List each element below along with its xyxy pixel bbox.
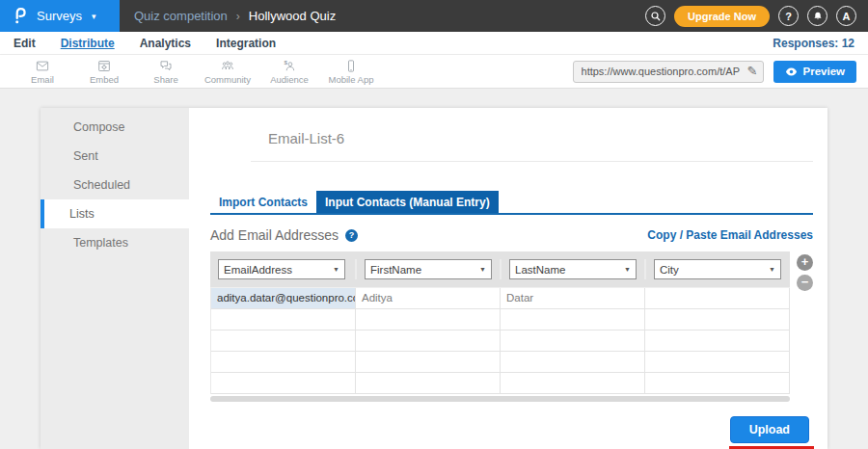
sidebar-item-lists[interactable]: Lists [41, 199, 189, 228]
cell-lastname[interactable] [501, 352, 645, 373]
add-emails-label: Add Email Addresses [210, 227, 339, 243]
community-icon [220, 59, 235, 73]
horizontal-scrollbar[interactable] [210, 396, 790, 402]
sidebar-item-scheduled[interactable]: Scheduled [41, 171, 189, 199]
search-icon [650, 11, 662, 22]
tool-share[interactable]: Share [135, 59, 197, 85]
cell-city[interactable] [645, 330, 790, 352]
remove-row-button[interactable]: − [797, 275, 813, 291]
cell-lastname[interactable] [501, 330, 645, 352]
list-title: Email-List-6 [268, 130, 813, 146]
tool-mobile-app[interactable]: Mobile App [320, 59, 382, 85]
tool-label: Audience [270, 74, 309, 85]
add-row-button[interactable]: + [797, 254, 813, 271]
cell-email[interactable]: aditya.datar@questionpro.com [211, 288, 356, 309]
sidebar-item-sent[interactable]: Sent [41, 142, 189, 171]
column-select-email[interactable]: EmailAddress ▼ [218, 259, 345, 279]
cell-city[interactable] [645, 309, 790, 330]
breadcrumb: Quiz competition › Hollywood Quiz [120, 0, 645, 32]
column-city: City ▼ [644, 259, 789, 279]
cell-city[interactable] [645, 373, 790, 394]
nav-item-edit[interactable]: Edit [14, 37, 36, 50]
column-select-value: City [660, 264, 679, 276]
breadcrumb-separator-icon: › [236, 10, 240, 23]
upload-button[interactable]: Upload [730, 416, 809, 443]
column-select-value: EmailAddress [224, 264, 292, 276]
chevron-down-icon: ▼ [479, 266, 486, 273]
column-select-city[interactable]: City ▼ [654, 259, 781, 279]
cell-firstname[interactable] [356, 309, 501, 330]
mobile-app-icon [343, 59, 359, 73]
survey-url-input[interactable] [573, 61, 764, 83]
surveys-menu-label: Surveys [37, 9, 82, 23]
cell-firstname[interactable]: Aditya [356, 288, 501, 309]
content-area: Compose Sent Scheduled Lists Templates E… [0, 89, 868, 449]
breadcrumb-parent[interactable]: Quiz competition [134, 9, 228, 23]
tool-embed[interactable]: Embed [73, 59, 135, 85]
distribute-toolbar: Email Embed Share Community [0, 55, 868, 89]
tool-label: Embed [90, 74, 119, 85]
table-row: aditya.datar@questionpro.com Aditya Data… [211, 288, 790, 309]
share-icon [158, 59, 174, 73]
chevron-down-icon: ▾ [92, 12, 96, 21]
cell-email[interactable] [211, 373, 356, 394]
responses-count[interactable]: Responses: 12 [773, 37, 854, 50]
eye-icon [785, 66, 798, 77]
chevron-down-icon: ▼ [769, 266, 775, 273]
cell-firstname[interactable] [356, 330, 501, 352]
email-sidebar: Compose Sent Scheduled Lists Templates [41, 108, 189, 449]
top-actions: Upgrade Now ? A [645, 0, 868, 32]
cell-lastname[interactable] [501, 309, 645, 330]
contacts-rows: aditya.datar@questionpro.com Aditya Data… [210, 287, 790, 394]
nav-item-distribute[interactable]: Distribute [61, 37, 115, 50]
list-title-block: Email-List-6 [251, 130, 813, 162]
tool-label: Mobile App [328, 74, 373, 85]
cell-email[interactable] [211, 352, 356, 373]
cell-firstname[interactable] [356, 373, 501, 394]
tab-input-contacts-manual[interactable]: Input Contacts (Manual Entry) [316, 191, 499, 213]
tab-import-contacts[interactable]: Import Contacts [210, 191, 316, 213]
surveys-menu[interactable]: Surveys ▾ [0, 0, 120, 32]
column-select-value: FirstName [370, 264, 421, 276]
contacts-table-zone: EmailAddress ▼ FirstName ▼ [210, 251, 813, 402]
column-select-value: LastName [515, 264, 565, 276]
copy-paste-link[interactable]: Copy / Paste Email Addresses [647, 228, 813, 242]
email-panel: Compose Sent Scheduled Lists Templates E… [41, 108, 827, 449]
survey-nav: Edit Distribute Analytics Integration Re… [0, 32, 868, 55]
cell-email[interactable] [211, 309, 356, 330]
nav-item-analytics[interactable]: Analytics [140, 37, 191, 50]
column-lastname: LastName ▼ [500, 259, 644, 279]
avatar[interactable]: A [836, 6, 856, 26]
cell-lastname[interactable] [501, 373, 645, 394]
tool-email[interactable]: Email [12, 59, 73, 85]
help-button[interactable]: ? [778, 6, 799, 26]
cell-email[interactable] [211, 330, 356, 352]
preview-label: Preview [803, 66, 845, 77]
cell-lastname[interactable]: Datar [501, 288, 645, 309]
edit-url-icon[interactable]: ✎ [747, 64, 758, 78]
audience-icon: $ [282, 59, 297, 73]
notifications-button[interactable] [807, 6, 827, 26]
row-controls: + − [797, 254, 813, 291]
cell-city[interactable] [645, 288, 790, 309]
tool-label: Share [153, 74, 177, 85]
preview-button[interactable]: Preview [773, 61, 856, 83]
sidebar-item-templates[interactable]: Templates [41, 228, 189, 257]
column-firstname: FirstName ▼ [355, 259, 500, 279]
nav-item-integration[interactable]: Integration [216, 37, 276, 50]
column-select-lastname[interactable]: LastName ▼ [509, 259, 637, 279]
cell-firstname[interactable] [356, 352, 501, 373]
tool-audience[interactable]: $ Audience [258, 59, 320, 85]
help-icon[interactable]: ? [345, 229, 358, 242]
tool-community[interactable]: Community [197, 59, 258, 85]
sidebar-item-compose[interactable]: Compose [41, 113, 189, 142]
cell-city[interactable] [645, 352, 790, 373]
column-select-firstname[interactable]: FirstName ▼ [365, 259, 492, 279]
search-button[interactable] [645, 6, 665, 26]
tool-label: Community [204, 74, 251, 85]
column-mapping-row: EmailAddress ▼ FirstName ▼ [210, 251, 790, 287]
upgrade-now-button[interactable]: Upgrade Now [674, 6, 770, 27]
chevron-down-icon: ▼ [333, 266, 339, 273]
top-bar: Surveys ▾ Quiz competition › Hollywood Q… [0, 0, 868, 32]
tool-label: Email [31, 74, 54, 85]
